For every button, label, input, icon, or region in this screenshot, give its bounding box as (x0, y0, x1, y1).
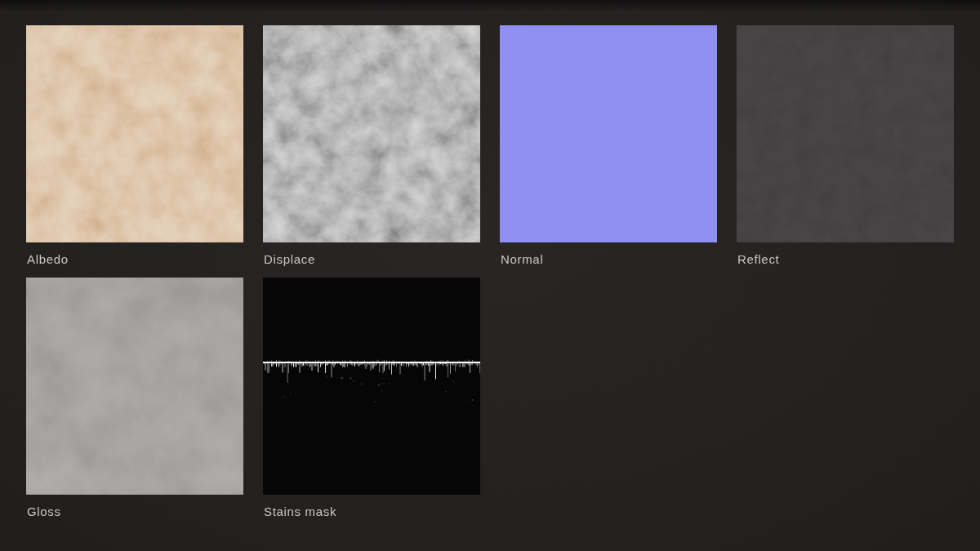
gloss-map-label: Gloss (27, 504, 243, 519)
texture-cell-stains-mask: Stains mask (263, 278, 480, 519)
normal-map-thumbnail[interactable] (500, 25, 717, 242)
reflect-map-label: Reflect (737, 252, 954, 267)
albedo-map-thumbnail[interactable] (26, 25, 243, 242)
displace-map-label: Displace (264, 252, 480, 267)
albedo-map-label: Albedo (27, 252, 243, 267)
texture-cell-reflect: Reflect (737, 25, 954, 267)
texture-cell-normal: Normal (500, 25, 717, 267)
texture-grid: Albedo Displace Normal Reflect Gloss Sta… (26, 25, 954, 519)
texture-cell-displace: Displace (263, 25, 480, 267)
gloss-map-thumbnail[interactable] (26, 278, 243, 495)
displace-map-thumbnail[interactable] (263, 25, 480, 242)
stains-mask-thumbnail[interactable] (263, 278, 480, 495)
texture-cell-albedo: Albedo (26, 25, 243, 267)
normal-map-label: Normal (501, 252, 717, 267)
texture-cell-gloss: Gloss (26, 278, 243, 519)
reflect-map-thumbnail[interactable] (737, 25, 954, 242)
stains-mask-label: Stains mask (264, 504, 480, 519)
